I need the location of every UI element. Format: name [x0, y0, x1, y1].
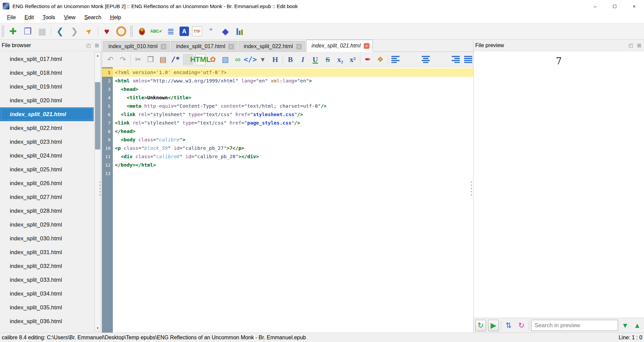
reload-page-icon[interactable]: ↻: [516, 320, 527, 331]
insert-image-icon[interactable]: ▧: [220, 54, 230, 65]
editor-tab[interactable]: index_split_017.html ×: [171, 41, 237, 52]
tab-close-icon[interactable]: ×: [161, 44, 166, 49]
superscript-icon[interactable]: x²: [348, 54, 358, 65]
align-right-icon[interactable]: [451, 54, 461, 65]
mark-file-icon[interactable]: ➤: [80, 23, 97, 39]
italic-icon[interactable]: I: [298, 54, 308, 65]
embed-fonts-icon[interactable]: TTF: [192, 26, 202, 36]
menu-item[interactable]: Tools: [38, 13, 59, 22]
menu-item[interactable]: Edit: [20, 13, 38, 22]
file-browser-item[interactable]: index_split_030.html: [0, 232, 94, 245]
back-icon[interactable]: ❮: [54, 25, 66, 37]
code-line[interactable]: 13: [102, 169, 473, 178]
code-line[interactable]: 11 <div class="calibre6" id="calibre_pb_…: [102, 152, 473, 161]
file-browser-item[interactable]: index_split_022.html: [0, 121, 94, 135]
sync-position-icon[interactable]: ⇅: [503, 320, 514, 331]
code-line[interactable]: 2 <html xmlns="http://www.w3.org/1999/xh…: [102, 77, 473, 85]
code-line[interactable]: 4 <title>Unknown</title>: [102, 94, 473, 102]
maximize-button[interactable]: ◻: [605, 0, 624, 12]
editor-tab[interactable]: index_split_010.html ×: [103, 41, 170, 52]
tab-close-icon[interactable]: ×: [364, 43, 369, 49]
code-line[interactable]: 9 <body class="calibre">: [102, 136, 473, 144]
file-browser-item[interactable]: index_split_031.html: [0, 245, 94, 259]
code-line[interactable]: 3 <head>: [102, 85, 473, 94]
reports-icon[interactable]: [234, 25, 246, 37]
refresh-preview-button[interactable]: ↻: [475, 320, 486, 331]
file-browser-item[interactable]: index_split_019.html: [0, 80, 94, 94]
close-panel-icon[interactable]: ⊠: [637, 42, 641, 48]
menu-item[interactable]: Help: [106, 13, 126, 22]
tab-close-icon[interactable]: ×: [228, 44, 234, 49]
file-browser-item[interactable]: index_split_029.html: [0, 218, 94, 232]
editor-tab[interactable]: index_split_021.html ×: [306, 40, 373, 52]
find-previous-icon[interactable]: ▲: [632, 321, 642, 330]
translate-icon[interactable]: A: [180, 27, 189, 36]
strikethrough-icon[interactable]: S: [323, 54, 333, 65]
donate-heart-icon[interactable]: ♥: [101, 25, 112, 37]
preview-search-input[interactable]: [531, 320, 618, 331]
float-panel-icon[interactable]: ◰: [629, 42, 633, 48]
menu-item[interactable]: File: [3, 13, 20, 22]
scrollbar-thumb[interactable]: [95, 82, 100, 149]
redo-icon[interactable]: ↷: [118, 54, 128, 65]
file-browser-item[interactable]: index_split_026.html: [0, 176, 94, 190]
code-line[interactable]: 7 <link rel="stylesheet" type="text/css"…: [102, 119, 473, 127]
code-line[interactable]: 5 <meta http-equiv="Content-Type" conten…: [102, 102, 473, 110]
code-editor[interactable]: 1 <?xml version='1.0' encoding='utf-8'?>…: [102, 67, 473, 333]
new-file-icon[interactable]: ✚: [7, 25, 19, 37]
close-button[interactable]: ×: [624, 0, 644, 12]
insert-tag-icon[interactable]: </>: [245, 54, 255, 65]
code-line[interactable]: 12 </body></html>: [102, 161, 473, 169]
code-line[interactable]: 6 <link rel="stylesheet" type="text/css"…: [102, 110, 473, 119]
file-browser-item[interactable]: index_split_032.html: [0, 259, 94, 273]
accessibility-check-icon[interactable]: ≣: [165, 25, 176, 37]
code-line[interactable]: 8 </head>: [102, 127, 473, 136]
scroll-down-icon[interactable]: ▼: [95, 325, 101, 331]
smarten-punctuation-icon[interactable]: “: [205, 25, 217, 37]
menu-item[interactable]: Search: [80, 13, 106, 22]
file-browser-item[interactable]: index_split_035.html: [0, 301, 94, 314]
align-center-icon[interactable]: [403, 54, 448, 65]
remove-unused-css-icon[interactable]: ◆: [220, 25, 231, 37]
file-browser-item[interactable]: index_split_025.html: [0, 163, 94, 176]
cut-icon[interactable]: ✂: [133, 54, 143, 65]
code-line[interactable]: 1 <?xml version='1.0' encoding='utf-8'?>: [102, 68, 473, 77]
save-icon[interactable]: ▦: [36, 25, 48, 37]
paste-icon[interactable]: ▤: [158, 54, 168, 65]
tag-dropdown-arrow-icon[interactable]: ▾: [258, 54, 268, 65]
text-color-icon[interactable]: ✒: [363, 54, 373, 65]
file-browser-item[interactable]: index_split_034.html: [0, 287, 94, 301]
open-book-icon[interactable]: ❐: [22, 25, 33, 37]
find-next-icon[interactable]: ▼: [620, 321, 630, 330]
scroll-up-icon[interactable]: ▲: [95, 53, 101, 58]
splitter-handle-left[interactable]: [99, 180, 101, 197]
underline-icon[interactable]: U: [310, 54, 320, 65]
file-browser-item[interactable]: index_split_018.html: [0, 66, 94, 80]
heading-icon[interactable]: H: [270, 54, 280, 65]
file-browser-item[interactable]: index_split_024.html: [0, 149, 94, 163]
float-panel-icon[interactable]: ◰: [86, 42, 91, 48]
undo-icon[interactable]: ↶: [105, 54, 116, 65]
forward-icon[interactable]: ❯: [69, 25, 80, 37]
minimize-button[interactable]: –: [585, 0, 605, 12]
menu-item[interactable]: View: [60, 13, 80, 22]
tab-close-icon[interactable]: ×: [296, 44, 302, 49]
file-browser-item[interactable]: index_split_027.html: [0, 190, 94, 204]
insert-special-character-icon[interactable]: ✿: [208, 54, 218, 65]
auto-refresh-button[interactable]: ▶: [488, 320, 499, 331]
help-lifebuoy-icon[interactable]: [116, 25, 127, 37]
background-color-icon[interactable]: ❖: [375, 54, 385, 65]
file-browser-item[interactable]: index_split_028.html: [0, 204, 94, 218]
insert-comment-icon[interactable]: /*: [170, 54, 181, 65]
file-browser-item[interactable]: index_split_020.html: [0, 94, 94, 107]
insert-hyperlink-icon[interactable]: ∞: [233, 54, 243, 65]
check-book-bug-icon[interactable]: [136, 25, 148, 37]
bold-icon[interactable]: B: [285, 54, 295, 65]
beautify-html-icon[interactable]: HTML: [195, 54, 205, 65]
splitter-handle-right[interactable]: [470, 180, 473, 197]
file-browser-item[interactable]: index_split_021.html: [0, 107, 94, 121]
file-browser-item[interactable]: index_split_017.html: [0, 52, 94, 66]
spellcheck-icon[interactable]: ABC✔: [151, 25, 162, 37]
file-browser-item[interactable]: index_split_036.html: [0, 314, 94, 328]
code-line[interactable]: 10 <p class="block_59" id="calibre_pb_27…: [102, 144, 473, 152]
